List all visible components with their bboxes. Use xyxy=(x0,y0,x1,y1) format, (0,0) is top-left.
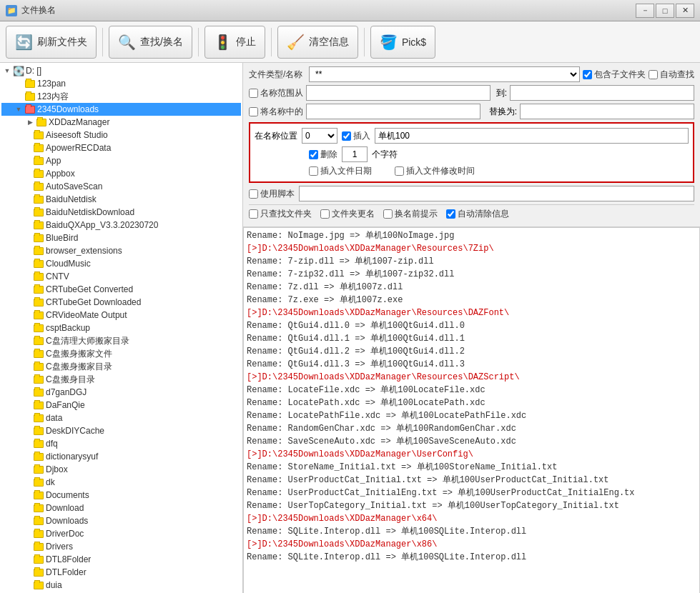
log-line: Rename: LocatePath.xdc => 单机100LocatePat… xyxy=(247,397,696,409)
tree-item[interactable]: CRTubeGet Converted xyxy=(1,283,241,296)
pre-prompt-checkbox[interactable] xyxy=(383,209,393,219)
log-line: [>]D:\2345Downloads\XDDazManager\Resourc… xyxy=(247,242,696,255)
tree-item[interactable]: dictionarysyuf xyxy=(1,450,241,463)
include-subdir-check-label[interactable]: 包含子文件夹 xyxy=(583,69,646,81)
insert-check-label[interactable]: 插入 xyxy=(342,130,370,142)
file-type-select[interactable]: ** xyxy=(309,66,580,82)
find-only-check-label[interactable]: 只查找文件夹 xyxy=(249,208,312,220)
tree-item[interactable]: DTLFolder xyxy=(1,566,241,579)
tree-expand-icon[interactable]: ▼ xyxy=(1,67,13,74)
name-contains-check-label[interactable]: 将名称中的 xyxy=(249,106,303,118)
insert-modify-checkbox[interactable] xyxy=(395,166,404,176)
name-range-check-label[interactable]: 名称范围从 xyxy=(249,87,303,99)
name-range-checkbox[interactable] xyxy=(249,89,258,98)
file-tree[interactable]: ▼💽D: []123pan123内容▼2345Downloads▶XDDazMa… xyxy=(0,63,242,593)
include-subdir-checkbox[interactable] xyxy=(583,70,592,79)
left-tree-panel: ▼💽D: []123pan123内容▼2345Downloads▶XDDazMa… xyxy=(0,63,243,593)
tree-item[interactable]: Aiseesoft Studio xyxy=(1,129,241,141)
rename-dir-checkbox[interactable] xyxy=(320,209,330,219)
refresh-button[interactable]: 🔄 刷新文件夹 xyxy=(6,26,97,59)
tree-item[interactable]: Drivers xyxy=(1,540,241,553)
script-checkbox[interactable] xyxy=(249,189,258,199)
insert-checkbox[interactable] xyxy=(342,131,351,141)
name-contains-input[interactable] xyxy=(306,104,480,119)
tree-item[interactable]: Download xyxy=(1,502,241,514)
tree-item[interactable]: ▼2345Downloads xyxy=(1,103,241,116)
tree-item[interactable]: browser_extensions xyxy=(1,244,241,257)
clear-button[interactable]: 🧹 清空信息 xyxy=(277,26,358,59)
delete-count-input[interactable] xyxy=(342,146,368,162)
tree-item[interactable]: C盘清理大师搬家目录 xyxy=(1,334,241,347)
log-line: Rename: RandomGenChar.xdc => 单机100Random… xyxy=(247,422,696,435)
replace-with-input[interactable] xyxy=(520,104,694,119)
tree-item[interactable]: ApowerRECData xyxy=(1,141,241,154)
auto-clear-checkbox[interactable] xyxy=(446,209,455,219)
name-contains-checkbox[interactable] xyxy=(249,107,258,116)
folder-icon xyxy=(33,143,44,153)
tree-expand-icon[interactable]: ▼ xyxy=(13,106,24,113)
pick-button[interactable]: 🪣 Pick$ xyxy=(370,26,435,59)
tree-item[interactable]: CloudMusic xyxy=(1,257,241,270)
rename-dir-check-label[interactable]: 文件夹更名 xyxy=(320,208,375,220)
tree-item[interactable]: Documents xyxy=(1,489,241,502)
tree-item[interactable]: DriverDoc xyxy=(1,527,241,540)
script-check-label[interactable]: 使用脚本 xyxy=(249,188,295,200)
tree-item[interactable]: d7ganDGJ xyxy=(1,386,241,399)
insert-value-input[interactable] xyxy=(375,128,689,144)
tree-item[interactable]: ▶XDDazManager xyxy=(1,116,241,129)
script-input[interactable] xyxy=(299,186,694,201)
position-select[interactable]: 0 xyxy=(302,128,337,144)
tree-item[interactable]: Downloads xyxy=(1,514,241,527)
name-range-to-input[interactable] xyxy=(510,85,694,101)
tree-item[interactable]: BaiduNetdisk xyxy=(1,193,241,206)
auto-clear-check-label[interactable]: 自动清除信息 xyxy=(446,208,509,220)
folder-icon xyxy=(33,169,44,179)
tree-item[interactable]: BaiduNetdiskDownload xyxy=(1,206,241,219)
auto-search-checkbox[interactable] xyxy=(649,70,658,79)
tree-item[interactable]: C盘搬身目录 xyxy=(1,373,241,386)
tree-item[interactable]: DaFanQie xyxy=(1,399,241,412)
tree-item[interactable]: CNTV xyxy=(1,270,241,283)
delete-check-label[interactable]: 删除 xyxy=(309,149,337,161)
insert-modify-check-label[interactable]: 插入文件修改时间 xyxy=(395,165,475,177)
tree-item[interactable]: BlueBird xyxy=(1,231,241,244)
tree-item[interactable]: dk xyxy=(1,476,241,489)
tree-expand-icon[interactable]: ▶ xyxy=(24,119,36,126)
tree-item-label: d7ganDGJ xyxy=(46,387,87,397)
tree-item[interactable]: C盘搬身搬家目录 xyxy=(1,360,241,373)
pick-icon: 🪣 xyxy=(380,34,398,51)
tree-item[interactable]: data xyxy=(1,412,241,424)
close-button[interactable]: ✕ xyxy=(676,4,694,18)
insert-date-checkbox[interactable] xyxy=(309,166,318,176)
tree-item-label: BaiduNetdisk xyxy=(46,194,97,204)
tree-item[interactable]: CRVideoMate Output xyxy=(1,309,241,322)
maximize-button[interactable]: □ xyxy=(656,4,674,18)
tree-item[interactable]: CRTubeGet Downloaded xyxy=(1,296,241,309)
tree-item[interactable]: C盘搬身搬家文件 xyxy=(1,347,241,360)
tree-item[interactable]: DTL8Folder xyxy=(1,553,241,566)
window-controls[interactable]: － □ ✕ xyxy=(636,4,694,18)
find-only-checkbox[interactable] xyxy=(249,209,258,219)
tree-item[interactable]: Djbox xyxy=(1,463,241,476)
delete-checkbox[interactable] xyxy=(309,150,318,159)
tree-item[interactable]: AutoSaveScan xyxy=(1,180,241,193)
tree-item[interactable]: DeskDIYCache xyxy=(1,424,241,437)
tree-item[interactable]: BaiduQXApp_V3.3.20230720 xyxy=(1,219,241,231)
folder-icon xyxy=(33,194,44,204)
tree-item[interactable]: csptBackup xyxy=(1,322,241,334)
find-replace-button[interactable]: 🔍 查找/换名 xyxy=(109,26,192,59)
tree-item[interactable]: 123内容 xyxy=(1,90,241,103)
tree-item[interactable]: dfq xyxy=(1,437,241,450)
name-range-from-input[interactable] xyxy=(306,85,491,101)
log-panel: Rename: NoImage.jpg => 单机100NoImage.jpg[… xyxy=(243,227,700,593)
insert-date-check-label[interactable]: 插入文件日期 xyxy=(309,165,372,177)
tree-item[interactable]: Appbox xyxy=(1,167,241,180)
tree-item[interactable]: duia xyxy=(1,579,241,592)
tree-item[interactable]: ▼💽D: [] xyxy=(1,64,241,77)
pre-prompt-check-label[interactable]: 换名前提示 xyxy=(383,208,438,220)
auto-search-check-label[interactable]: 自动查找 xyxy=(649,69,694,81)
stop-button[interactable]: 🚦 停止 xyxy=(204,26,265,59)
minimize-button[interactable]: － xyxy=(636,4,654,18)
tree-item[interactable]: App xyxy=(1,154,241,167)
tree-item[interactable]: 123pan xyxy=(1,77,241,90)
